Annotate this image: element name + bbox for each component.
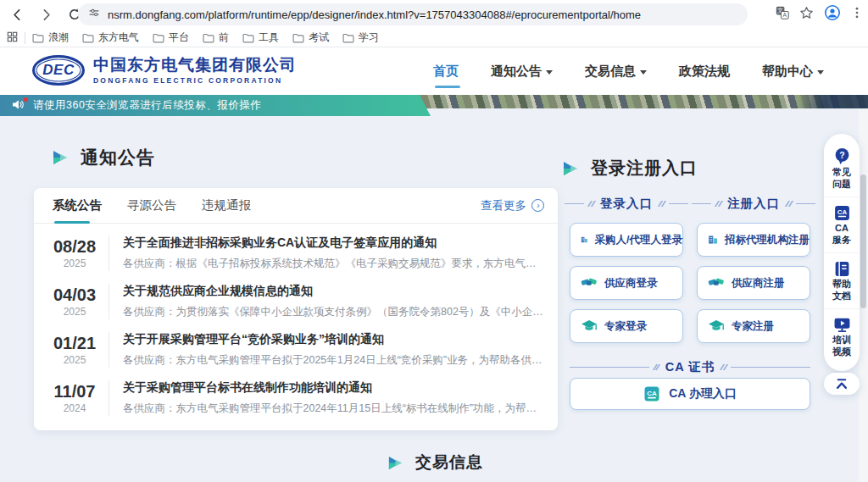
translate-icon[interactable]: 文A — [776, 6, 789, 23]
divider — [108, 235, 109, 271]
browser-notice-banner: 请使用360安全浏览器进行后续投标、报价操作 — [0, 95, 431, 116]
nav-item-home[interactable]: 首页 — [433, 47, 459, 95]
notice-desc: 各供应商：东方电气采购管理平台拟于2024年11月15日上线“标书在线制作”功能… — [123, 402, 544, 416]
site-header: DEC 中国东方电气集团有限公司 DONGFANG ELECTRIC CORPO… — [0, 47, 868, 95]
login-section-header: 登录注册入口 — [561, 157, 698, 180]
notices-list: 08/28 2025 关于全面推进非招标采购业务CA认证及电子签章应用的通知 各… — [34, 224, 558, 422]
notices-card: 系统公告 寻源公告 违规通报 查看更多 › 08/28 2025 关于全面推进非… — [34, 188, 558, 430]
back-icon[interactable] — [5, 3, 29, 26]
scrollbar-track[interactable] — [859, 47, 868, 482]
nav-item-notices[interactable]: 通知公告 — [491, 47, 553, 95]
chevron-right-circle-icon: › — [531, 199, 544, 212]
help-doc-icon — [833, 260, 851, 278]
supplier-register-button[interactable]: 供应商注册 — [697, 266, 810, 300]
notice-title[interactable]: 关于采购管理平台标书在线制作功能培训的通知 — [123, 380, 544, 396]
main-nav: 首页 通知公告 交易信息 政策法规 帮助中心 — [433, 47, 824, 95]
chevron-down-icon — [817, 70, 824, 75]
expert-register-button[interactable]: 专家注册 — [697, 309, 810, 343]
graduation-cap-icon — [581, 319, 598, 334]
profile-avatar-icon[interactable] — [824, 4, 841, 25]
notice-desc: 各供应商：东方电气采购管理平台拟于2025年1月24日上线“竞价采购”业务，为帮… — [123, 353, 544, 368]
graduation-cap-icon — [708, 319, 725, 334]
svg-text:A: A — [783, 12, 787, 18]
nav-item-help-center[interactable]: 帮助中心 — [762, 47, 824, 95]
company-name-en: DONGFANG ELECTRIC CORPORATION — [93, 76, 297, 85]
ca-card-icon: CA — [833, 204, 851, 222]
section-arrow-icon — [51, 149, 70, 166]
section-arrow-icon — [387, 455, 404, 471]
menu-kebab-icon[interactable] — [851, 6, 863, 23]
notice-title[interactable]: 关于开展采购管理平台“竞价采购业务”培训的通知 — [123, 332, 544, 347]
nav-item-trade-info[interactable]: 交易信息 — [585, 47, 647, 95]
speaker-icon — [12, 98, 25, 114]
expert-login-button[interactable]: 专家登录 — [570, 309, 683, 343]
company-logo[interactable]: DEC 中国东方电气集团有限公司 DONGFANG ELECTRIC CORPO… — [32, 55, 297, 86]
sidebar-item-ca-service[interactable]: CA CA 服务 — [824, 197, 860, 252]
view-more-link[interactable]: 查看更多 › — [481, 198, 544, 213]
scrollbar-thumb[interactable] — [860, 175, 866, 308]
app-root: nsrm.dongfang.com/platform/runtime/epp/d… — [0, 0, 868, 482]
notices-section-header: 通知公告 — [51, 146, 155, 169]
bookmark-folder-pingtai[interactable]: 平台 — [153, 30, 189, 45]
notice-title[interactable]: 关于规范供应商企业规模信息的通知 — [123, 284, 544, 299]
notification-dot — [24, 97, 28, 102]
bookmark-folder-dongfang[interactable]: 东方电气 — [82, 30, 139, 45]
supplier-login-button[interactable]: 供应商登录 — [570, 266, 683, 300]
sidebar-item-faq[interactable]: ? 常见 问题 — [824, 144, 860, 197]
login-entry-header: 登录入口 — [565, 196, 688, 212]
bookmark-folder-langchao[interactable]: 浪潮 — [32, 30, 69, 45]
notice-date: 04/03 2025 — [51, 285, 98, 318]
handshake-icon — [581, 276, 598, 290]
list-item[interactable]: 08/28 2025 关于全面推进非招标采购业务CA认证及电子签章应用的通知 各… — [34, 229, 558, 277]
bookmark-folder-qian[interactable]: 前 — [203, 30, 229, 45]
section-arrow-icon — [561, 160, 580, 177]
bookmarks-divider — [25, 32, 25, 44]
svg-text:CA: CA — [837, 208, 847, 216]
divider — [108, 284, 109, 319]
bidding-agency-register-button[interactable]: 招标代理机构注册 — [697, 223, 810, 257]
divider — [108, 380, 109, 416]
list-item[interactable]: 11/07 2024 关于采购管理平台标书在线制作功能培训的通知 各供应商：东方… — [34, 374, 558, 422]
tab-violation-reports[interactable]: 违规通报 — [202, 188, 251, 224]
forward-icon[interactable] — [34, 3, 58, 26]
sidebar-item-training-video[interactable]: 培训 视频 — [824, 308, 860, 364]
chevron-down-icon — [546, 70, 553, 75]
sidebar-item-help-doc[interactable]: 帮助 文档 — [824, 252, 860, 308]
bookmark-folder-xuexi[interactable]: 学习 — [342, 30, 379, 45]
bookmark-folder-gongju[interactable]: 工具 — [242, 30, 279, 45]
handshake-icon — [708, 276, 725, 290]
browser-chrome: nsrm.dongfang.com/platform/runtime/epp/d… — [0, 0, 868, 47]
chevron-down-icon — [640, 70, 647, 75]
list-item[interactable]: 04/03 2025 关于规范供应商企业规模信息的通知 各供应商：为贯彻落实《保… — [34, 277, 558, 325]
divider — [108, 332, 109, 368]
url-text[interactable]: nsrm.dongfang.com/platform/runtime/epp/d… — [108, 8, 641, 21]
notice-date: 01/21 2025 — [51, 334, 98, 366]
apps-grid-icon[interactable] — [7, 30, 18, 46]
list-item[interactable]: 01/21 2025 关于开展采购管理平台“竞价采购业务”培训的通知 各供应商：… — [34, 325, 558, 374]
building-icon — [708, 232, 718, 247]
toolbar-actions: 文A — [776, 3, 863, 26]
tab-system-notices[interactable]: 系统公告 — [53, 188, 102, 224]
ca-apply-button[interactable]: CA CA 办理入口 — [570, 378, 810, 410]
login-section-title: 登录注册入口 — [591, 157, 698, 180]
trade-section-title: 交易信息 — [415, 452, 483, 474]
purchaser-login-button[interactable]: 采购人/代理人登录 — [570, 223, 683, 257]
notice-title[interactable]: 关于全面推进非招标采购业务CA认证及电子签章应用的通知 — [123, 235, 544, 251]
question-bubble-icon: ? — [833, 147, 851, 166]
building-icon — [581, 232, 588, 247]
nav-item-policies[interactable]: 政策法规 — [679, 47, 730, 95]
bookmark-star-icon[interactable] — [799, 6, 814, 24]
ca-cert-header: CA 证书 — [570, 359, 810, 375]
dec-logo-icon: DEC — [32, 55, 85, 86]
collapse-sidebar-button[interactable] — [824, 373, 860, 395]
notice-date: 11/07 2024 — [51, 382, 98, 414]
ca-badge-icon: CA — [643, 385, 660, 402]
address-bar[interactable]: nsrm.dongfang.com/platform/runtime/epp/d… — [78, 3, 748, 25]
notice-desc: 各供应商：为贯彻落实《保障中小企业款项支付条例》（国务院令第802号）及《中小企… — [123, 305, 544, 319]
bookmark-folder-kaoshi[interactable]: 考试 — [292, 30, 329, 45]
trade-section-header: 交易信息 — [387, 452, 483, 474]
tab-sourcing-notices[interactable]: 寻源公告 — [127, 188, 176, 224]
site-settings-icon[interactable] — [88, 7, 100, 22]
svg-text:?: ? — [839, 151, 844, 160]
bookmarks-bar: 浪潮 东方电气 平台 前 工具 考试 — [0, 29, 868, 47]
